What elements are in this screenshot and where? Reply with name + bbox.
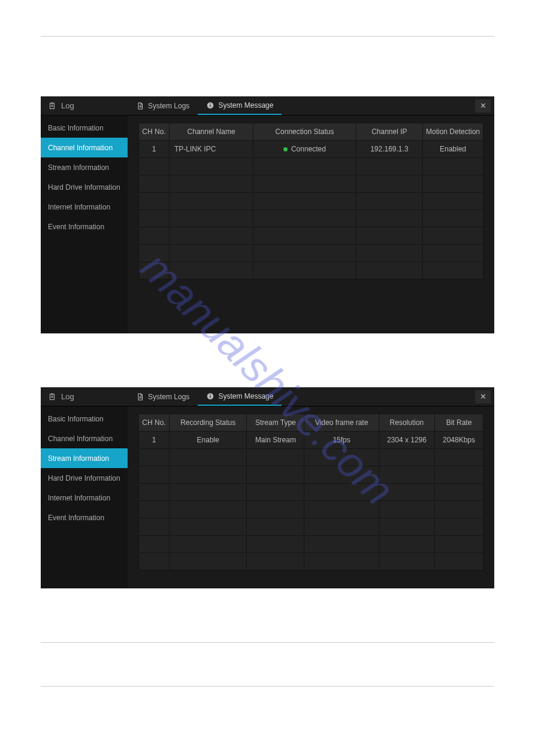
svg-rect-16 (210, 395, 211, 397)
tab-system-message[interactable]: System Message (198, 387, 282, 406)
content-area: CH No. Recording Status Stream Type Vide… (128, 406, 494, 588)
col-stream-type: Stream Type (247, 414, 304, 431)
tab-label: System Message (218, 392, 273, 400)
table-row-empty (139, 449, 483, 466)
table-row-empty (139, 262, 483, 279)
sidebar-item-label: Stream Information (48, 454, 109, 463)
table-row-empty (139, 210, 483, 227)
log-panel-channel-info: Log System Logs (41, 96, 494, 333)
close-icon: ✕ (480, 101, 486, 110)
cell-video-frame-rate: 15fps (304, 432, 378, 448)
sidebar: Basic Information Channel Information St… (41, 116, 128, 333)
cell-ch-no: 1 (139, 141, 169, 157)
sidebar-item-basic-info[interactable]: Basic Information (41, 409, 128, 429)
svg-rect-7 (210, 104, 211, 107)
sidebar-item-event-info[interactable]: Event Information (41, 217, 128, 236)
table-row-empty (139, 553, 483, 570)
panel-title: Log (61, 392, 74, 401)
content-area: CH No. Channel Name Connection Status Ch… (128, 116, 494, 333)
col-channel-name: Channel Name (170, 123, 253, 140)
close-button[interactable]: ✕ (475, 99, 491, 113)
panel-header: Log System Logs (41, 387, 494, 406)
sidebar-item-label: Basic Information (48, 415, 104, 423)
clipboard-icon (48, 102, 56, 110)
tab-label: System Logs (148, 102, 189, 110)
sidebar-item-hard-drive-info[interactable]: Hard Drive Information (41, 468, 128, 488)
cell-motion-detection: Enabled (423, 141, 483, 157)
panel-title: Log (61, 101, 74, 110)
clipboard-icon (48, 393, 56, 401)
channel-info-table: CH No. Channel Name Connection Status Ch… (138, 123, 483, 280)
tab-system-message[interactable]: System Message (198, 96, 282, 115)
svg-rect-17 (210, 394, 211, 394)
svg-rect-1 (51, 102, 53, 104)
sidebar-item-label: Stream Information (48, 163, 109, 172)
table-row-empty (139, 536, 483, 552)
col-ch-no: CH No. (139, 123, 169, 140)
sidebar: Basic Information Channel Information St… (41, 406, 128, 588)
sidebar-item-label: Event Information (48, 514, 104, 522)
svg-rect-10 (51, 393, 53, 394)
sidebar-item-basic-info[interactable]: Basic Information (41, 118, 128, 138)
table-header-row: CH No. Channel Name Connection Status Ch… (139, 123, 483, 140)
sidebar-item-label: Hard Drive Information (48, 183, 120, 192)
close-button[interactable]: ✕ (475, 390, 491, 403)
panel-header: Log System Logs (41, 96, 494, 116)
close-icon: ✕ (480, 392, 486, 401)
col-bit-rate: Bit Rate (435, 414, 483, 431)
col-channel-ip: Channel IP (356, 123, 422, 140)
table-row-empty (139, 501, 483, 518)
status-dot-icon (283, 147, 288, 151)
tab-system-logs[interactable]: System Logs (128, 387, 198, 406)
table-row-empty (139, 227, 483, 244)
svg-rect-8 (210, 103, 211, 104)
table-header-row: CH No. Recording Status Stream Type Vide… (139, 414, 483, 431)
sidebar-item-label: Internet Information (48, 203, 110, 211)
sidebar-item-label: Channel Information (48, 144, 113, 152)
sidebar-item-label: Internet Information (48, 494, 110, 502)
doc-icon (136, 102, 144, 110)
table-row: 1 TP-LINK IPC Connected 192.169.1.3 Enab… (139, 141, 483, 157)
panel-title-wrap: Log (41, 392, 128, 401)
sidebar-item-internet-info[interactable]: Internet Information (41, 488, 128, 508)
cell-stream-type: Main Stream (247, 432, 304, 448)
info-icon (206, 392, 214, 400)
col-ch-no: CH No. (139, 414, 169, 431)
tab-label: System Logs (148, 393, 189, 401)
col-resolution: Resolution (379, 414, 434, 431)
tabs: System Logs System Message (128, 96, 282, 115)
cell-resolution: 2304 x 1296 (379, 432, 434, 448)
sidebar-item-internet-info[interactable]: Internet Information (41, 197, 128, 217)
table-row-empty (139, 466, 483, 483)
stream-info-table: CH No. Recording Status Stream Type Vide… (138, 414, 483, 570)
sidebar-item-hard-drive-info[interactable]: Hard Drive Information (41, 177, 128, 197)
sidebar-item-event-info[interactable]: Event Information (41, 508, 128, 527)
sidebar-item-label: Channel Information (48, 435, 113, 443)
sidebar-item-label: Basic Information (48, 124, 104, 132)
cell-channel-name: TP-LINK IPC (170, 141, 253, 157)
tabs: System Logs System Message (128, 387, 282, 406)
table-row-empty (139, 245, 483, 262)
status-text: Connected (291, 145, 326, 153)
col-recording-status: Recording Status (170, 414, 246, 431)
tab-system-logs[interactable]: System Logs (128, 96, 198, 115)
info-icon (206, 101, 214, 110)
sidebar-item-stream-info[interactable]: Stream Information (41, 448, 128, 468)
cell-recording-status: Enable (170, 432, 246, 448)
cell-ch-no: 1 (139, 432, 169, 448)
table-row-empty (139, 158, 483, 175)
sidebar-item-label: Event Information (48, 223, 104, 231)
sidebar-item-stream-info[interactable]: Stream Information (41, 157, 128, 177)
cell-connection-status: Connected (253, 141, 356, 157)
col-connection-status: Connection Status (253, 123, 356, 140)
sidebar-item-channel-info[interactable]: Channel Information (41, 429, 128, 448)
cell-channel-ip: 192.169.1.3 (356, 141, 422, 157)
table-row-empty (139, 518, 483, 535)
doc-icon (136, 393, 144, 401)
log-panel-stream-info: Log System Logs (41, 387, 494, 588)
panel-title-wrap: Log (41, 101, 128, 110)
sidebar-item-channel-info[interactable]: Channel Information (41, 138, 128, 157)
col-video-frame-rate: Video frame rate (304, 414, 378, 431)
cell-bit-rate: 2048Kbps (435, 432, 483, 448)
table-row: 1 Enable Main Stream 15fps 2304 x 1296 2… (139, 432, 483, 448)
